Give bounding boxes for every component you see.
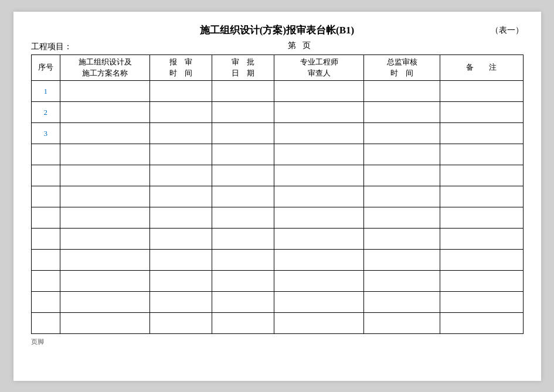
cell-seq xyxy=(31,186,60,207)
cell-seq: 3 xyxy=(31,123,60,144)
cell-note xyxy=(440,292,523,313)
col-header-chief: 总监审核 时 间 xyxy=(364,55,440,81)
col-report-line1: 报 审 xyxy=(151,57,210,67)
table-header-row: 序号 施工组织设计及 施工方案名称 报 审 时 间 审 批 日 期 专业工程师 … xyxy=(31,55,523,81)
title-row: 施工组织设计(方案)报审表台帐(B1) （表一） xyxy=(31,23,524,37)
col-note-line1: 备 注 xyxy=(441,62,521,73)
col-header-engineer: 专业工程师 审查人 xyxy=(274,55,364,81)
col-approve-line2: 日 期 xyxy=(213,68,273,79)
col-header-report: 报 审 时 间 xyxy=(150,55,212,81)
col-engineer-line1: 专业工程师 xyxy=(276,57,362,67)
col-chief-line1: 总监审核 xyxy=(365,57,439,67)
cell-report xyxy=(150,292,212,313)
col-header-name: 施工组织设计及 施工方案名称 xyxy=(60,55,149,81)
cell-name xyxy=(60,207,149,229)
col-name-line1: 施工组织设计及 xyxy=(62,57,148,67)
cell-chief xyxy=(364,144,440,165)
cell-seq xyxy=(31,250,60,271)
cell-engineer xyxy=(274,271,364,292)
cell-seq: 1 xyxy=(31,81,60,102)
cell-approve xyxy=(212,313,274,334)
cell-report xyxy=(150,207,212,229)
project-label: 工程项目： xyxy=(31,42,72,52)
cell-note xyxy=(440,186,523,207)
cell-approve xyxy=(212,207,274,229)
cell-report xyxy=(150,250,212,271)
cell-engineer xyxy=(274,207,364,229)
col-header-seq: 序号 xyxy=(31,55,60,81)
cell-note xyxy=(440,207,523,229)
col-header-approve: 审 批 日 期 xyxy=(212,55,274,81)
cell-note xyxy=(440,229,523,250)
cell-note xyxy=(440,313,523,334)
cell-name xyxy=(60,271,149,292)
cell-chief xyxy=(364,313,440,334)
project-row: 工程项目： 第 页 xyxy=(31,40,524,53)
cell-note xyxy=(440,250,523,271)
cell-name xyxy=(60,123,149,144)
cell-engineer xyxy=(274,186,364,207)
cell-chief xyxy=(364,81,440,102)
cell-chief xyxy=(364,229,440,250)
cell-note xyxy=(440,102,523,123)
cell-approve xyxy=(212,165,274,186)
cell-approve xyxy=(212,292,274,313)
cell-engineer xyxy=(274,313,364,334)
cell-note xyxy=(440,123,523,144)
cell-report xyxy=(150,186,212,207)
cell-engineer xyxy=(274,81,364,102)
cell-seq xyxy=(31,144,60,165)
cell-seq xyxy=(31,165,60,186)
cell-report xyxy=(150,102,212,123)
cell-report xyxy=(150,81,212,102)
page-title: 施工组织设计(方案)报审表台帐(B1) xyxy=(200,23,354,37)
cell-approve xyxy=(212,250,274,271)
cell-chief xyxy=(364,102,440,123)
table-body: 123 xyxy=(31,81,523,334)
cell-approve xyxy=(212,186,274,207)
cell-approve xyxy=(212,123,274,144)
cell-seq xyxy=(31,229,60,250)
main-table: 序号 施工组织设计及 施工方案名称 报 审 时 间 审 批 日 期 专业工程师 … xyxy=(31,54,524,334)
cell-seq xyxy=(31,207,60,229)
cell-chief xyxy=(364,250,440,271)
cell-seq xyxy=(31,313,60,334)
table-row: 3 xyxy=(31,123,523,144)
cell-report xyxy=(150,313,212,334)
cell-note xyxy=(440,271,523,292)
cell-name xyxy=(60,229,149,250)
col-name-line2: 施工方案名称 xyxy=(62,68,148,79)
cell-seq: 2 xyxy=(31,102,60,123)
cell-engineer xyxy=(274,250,364,271)
cell-engineer xyxy=(274,165,364,186)
table-row xyxy=(31,313,523,334)
cell-report xyxy=(150,123,212,144)
cell-chief xyxy=(364,186,440,207)
cell-name xyxy=(60,313,149,334)
col-approve-line1: 审 批 xyxy=(213,57,273,67)
cell-name xyxy=(60,292,149,313)
cell-note xyxy=(440,144,523,165)
table-label: （表一） xyxy=(491,25,524,36)
cell-chief xyxy=(364,271,440,292)
cell-note xyxy=(440,165,523,186)
cell-name xyxy=(60,81,149,102)
table-row xyxy=(31,186,523,207)
cell-chief xyxy=(364,123,440,144)
cell-approve xyxy=(212,229,274,250)
cell-approve xyxy=(212,81,274,102)
cell-chief xyxy=(364,207,440,229)
cell-report xyxy=(150,271,212,292)
cell-name xyxy=(60,144,149,165)
cell-name xyxy=(60,250,149,271)
page-number: 第 页 xyxy=(189,40,412,51)
table-row: 1 xyxy=(31,81,523,102)
cell-seq xyxy=(31,271,60,292)
cell-engineer xyxy=(274,102,364,123)
cell-chief xyxy=(364,292,440,313)
cell-engineer xyxy=(274,229,364,250)
cell-chief xyxy=(364,165,440,186)
cell-approve xyxy=(212,102,274,123)
col-seq-line1: 序号 xyxy=(33,62,59,73)
col-report-line2: 时 间 xyxy=(151,68,210,79)
